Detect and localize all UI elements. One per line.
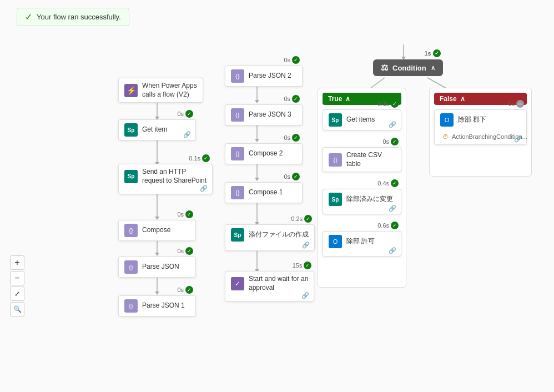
false-branch-container: False ∧ 0s − O 除部 郡下 ⏱ ActionBranchingCo… bbox=[429, 88, 532, 177]
node-timing-attach-file: 0.2s ✓ bbox=[291, 215, 312, 223]
node-timing-compose-2: 0s ✓ bbox=[284, 134, 300, 142]
node-get-items[interactable]: 0.1s ✓ Sp Get items 🔗 bbox=[323, 109, 401, 130]
node-icon-jobu-permit: O bbox=[329, 235, 342, 248]
node-jobu-below[interactable]: 0s − O 除部 郡下 ⏱ ActionBranchingCondition.… bbox=[434, 109, 527, 145]
node-timing-start-approval: 15s ✓ bbox=[293, 262, 312, 269]
node-icon-jobu-below: O bbox=[440, 113, 454, 127]
node-start-approval[interactable]: 15s ✓ ✓ Start and wait for anapproval 🔗 bbox=[225, 271, 314, 301]
node-label-compose-1: Compose 1 bbox=[249, 188, 296, 197]
condition-icon: ⚖ bbox=[381, 63, 388, 73]
node-label-power-apps: When Power Appscalls a flow (V2) bbox=[142, 82, 197, 99]
condition-block[interactable]: 1s ✓ ⚖ Condition ∧ bbox=[373, 59, 443, 76]
node-parse-json[interactable]: 0s ✓ {} Parse JSON bbox=[118, 257, 196, 278]
node-icon-start-approval: ✓ bbox=[231, 277, 244, 290]
node-label-get-items: Get items bbox=[346, 115, 395, 124]
node-icon-attach-file: Sp bbox=[231, 228, 244, 242]
node-timing-parse-json-1: 0s ✓ bbox=[177, 286, 193, 294]
link-icon-jobu-change: 🔗 bbox=[389, 205, 396, 212]
node-label-parse-json-2: Parse JSON 2 bbox=[249, 72, 296, 81]
svg-marker-15 bbox=[255, 178, 259, 181]
node-label-compose-2: Compose 2 bbox=[249, 149, 296, 158]
node-parse-json-3[interactable]: 0s ✓ {} Parse JSON 3 bbox=[225, 104, 303, 125]
node-timing-jobu-change: 0.4s ✓ bbox=[377, 179, 399, 187]
node-label-start-approval: Start and wait for anapproval bbox=[249, 275, 308, 292]
flow-canvas: ✓ Your flow ran successfully. bbox=[0, 0, 554, 392]
node-icon-get-item: Sp bbox=[124, 123, 138, 137]
svg-marker-7 bbox=[155, 253, 159, 256]
node-label-jobu-change: 除部済みに変更 bbox=[346, 195, 395, 204]
false-label: False bbox=[440, 95, 457, 103]
true-branch-container: True ∧ 0.1s ✓ Sp Get items 🔗 0s ✓ {} Cre… bbox=[318, 88, 406, 288]
node-icon-parse-json-2: {} bbox=[231, 69, 244, 83]
node-attach-file[interactable]: 0.2s ✓ Sp 添付ファイルの作成 🔗 bbox=[225, 224, 315, 251]
svg-marker-11 bbox=[255, 100, 259, 103]
false-chevron[interactable]: ∧ bbox=[460, 95, 465, 103]
node-icon-compose: {} bbox=[124, 224, 138, 237]
link-icon-start-approval: 🔗 bbox=[301, 292, 309, 299]
node-compose-2[interactable]: 0s ✓ {} Compose 2 bbox=[225, 143, 303, 164]
node-timing-compose-1: 0s ✓ bbox=[284, 173, 300, 180]
node-label-jobu-permit: 除部 許可 bbox=[346, 237, 395, 246]
node-jobu-permit[interactable]: 0.6s ✓ O 除部 許可 🔗 bbox=[323, 231, 401, 257]
fit-screen-button[interactable]: ⤢ bbox=[10, 287, 24, 301]
node-icon-parse-json-1: {} bbox=[124, 299, 138, 313]
link-icon-jobu-below: 🔗 bbox=[514, 135, 522, 143]
node-timing-compose: 0s ✓ bbox=[177, 210, 193, 218]
node-timing-parse-json: 0s ✓ bbox=[177, 247, 193, 255]
zoom-in-button[interactable]: + bbox=[10, 255, 24, 270]
node-send-http[interactable]: 0.1s ✓ Sp Send an HTTPrequest to SharePo… bbox=[118, 164, 213, 194]
zoom-controls: + − ⤢ 🔍 bbox=[10, 255, 24, 316]
node-icon-create-csv: {} bbox=[329, 153, 342, 167]
node-label-parse-json-3: Parse JSON 3 bbox=[249, 110, 296, 119]
success-banner: ✓ Your flow ran successfully. bbox=[17, 8, 129, 26]
node-label-jobu-below: 除部 郡下 bbox=[458, 115, 521, 124]
node-label-create-csv: Create CSV table bbox=[346, 151, 395, 168]
condition-timing: 1s ✓ bbox=[424, 49, 440, 57]
condition-label: Condition bbox=[392, 64, 426, 72]
link-icon-jobu-permit: 🔗 bbox=[389, 247, 396, 254]
node-timing-get-item: 0s ✓ bbox=[177, 110, 193, 118]
svg-marker-13 bbox=[255, 139, 259, 142]
link-icon-send-http: 🔗 bbox=[200, 185, 208, 192]
condition-chevron[interactable]: ∧ bbox=[431, 64, 435, 72]
node-label-attach-file: 添付ファイルの作成 bbox=[249, 230, 309, 239]
node-label-send-http: Send an HTTPrequest to SharePoint bbox=[142, 168, 207, 185]
node-create-csv[interactable]: 0s ✓ {} Create CSV table bbox=[323, 147, 401, 172]
node-icon-power-apps: ⚡ bbox=[124, 84, 138, 97]
success-icon: ✓ bbox=[25, 12, 32, 22]
node-icon-parse-json: {} bbox=[124, 260, 138, 274]
node-compose[interactable]: 0s ✓ {} Compose bbox=[118, 220, 196, 241]
node-icon-send-http: Sp bbox=[124, 170, 138, 183]
node-label-parse-json: Parse JSON bbox=[142, 263, 190, 272]
success-message: Your flow ran successfully. bbox=[37, 13, 121, 21]
true-label: True bbox=[328, 95, 342, 103]
search-button[interactable]: 🔍 bbox=[10, 302, 24, 316]
node-parse-json-1[interactable]: 0s ✓ {} Parse JSON 1 bbox=[118, 295, 196, 316]
node-timing-create-csv: 0s ✓ bbox=[382, 138, 399, 145]
node-timing-send-http: 0.1s ✓ bbox=[189, 154, 210, 162]
node-timing-get-items: 0.1s ✓ bbox=[377, 100, 399, 108]
node-icon-get-items: Sp bbox=[329, 113, 342, 127]
node-icon-compose-2: {} bbox=[231, 147, 244, 160]
node-icon-compose-1: {} bbox=[231, 186, 244, 199]
node-label-parse-json-1: Parse JSON 1 bbox=[142, 301, 190, 310]
zoom-out-button[interactable]: − bbox=[10, 271, 24, 285]
node-icon-parse-json-3: {} bbox=[231, 108, 244, 122]
link-icon-get-item: 🔗 bbox=[183, 131, 191, 138]
node-compose-1[interactable]: 0s ✓ {} Compose 1 bbox=[225, 182, 303, 203]
true-chevron[interactable]: ∧ bbox=[345, 95, 350, 103]
node-timing-parse-json-2: 0s ✓ bbox=[284, 56, 300, 64]
node-icon-jobu-change: Sp bbox=[329, 193, 342, 206]
node-timing-parse-json-3: 0s ✓ bbox=[284, 95, 300, 103]
node-label-compose: Compose bbox=[142, 226, 190, 235]
node-parse-json-2[interactable]: 0s ✓ {} Parse JSON 2 bbox=[225, 66, 303, 87]
link-icon-attach-file: 🔗 bbox=[302, 242, 310, 249]
node-timing-jobu-permit: 0.6s ✓ bbox=[377, 222, 399, 229]
link-icon-get-items: 🔗 bbox=[389, 121, 396, 128]
action-branch-icon: ⏱ bbox=[442, 133, 449, 140]
node-get-item[interactable]: 0s ✓ Sp Get item 🔗 bbox=[118, 119, 196, 140]
node-jobu-change[interactable]: 0.4s ✓ Sp 除部済みに変更 🔗 bbox=[323, 189, 401, 214]
node-timing-jobu-below: 0s − bbox=[508, 100, 524, 108]
svg-marker-9 bbox=[155, 292, 159, 295]
node-power-apps[interactable]: ⚡ When Power Appscalls a flow (V2) bbox=[118, 78, 203, 103]
